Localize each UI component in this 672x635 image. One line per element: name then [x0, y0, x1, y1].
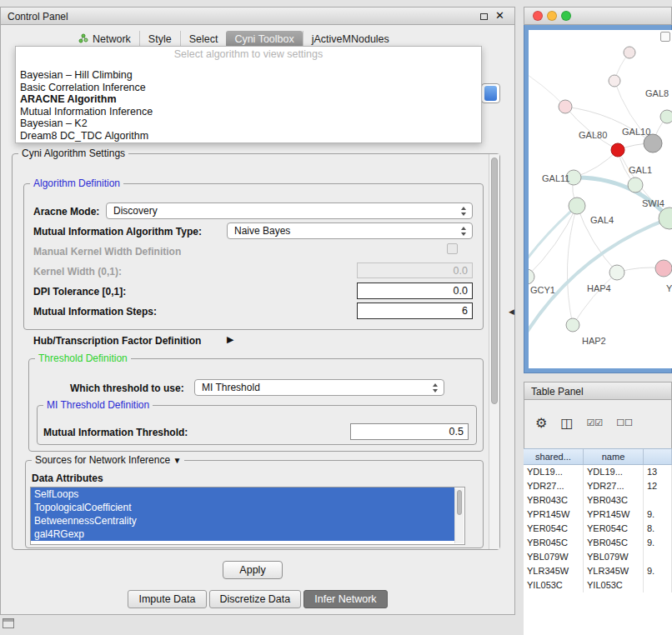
- table-row[interactable]: YBL079WYBL079W: [524, 550, 672, 564]
- float-window-icon[interactable]: [480, 13, 488, 20]
- graph-edge[interactable]: [573, 272, 617, 325]
- column-header-name[interactable]: name: [584, 449, 644, 464]
- bottom-tab-infer-network[interactable]: Infer Network: [303, 590, 387, 608]
- gear-icon[interactable]: ⚙: [535, 415, 547, 431]
- table-panel-titlebar[interactable]: Table Panel: [524, 382, 672, 400]
- table-row[interactable]: YLR345WYLR345W9.: [524, 564, 672, 578]
- table-cell: [644, 550, 672, 564]
- attribute-option-topologicalcoefficient[interactable]: TopologicalCoefficient: [31, 501, 454, 514]
- zoom-button[interactable]: [561, 11, 571, 21]
- select-all-icon[interactable]: ☑☑: [586, 418, 603, 428]
- algorithm-option-aracne-algorithm[interactable]: ARACNE Algorithm: [16, 93, 481, 106]
- list-scrollbar-thumb[interactable]: [457, 490, 462, 515]
- close-button[interactable]: [533, 11, 543, 21]
- panel-collapse-arrow-icon[interactable]: ◀: [509, 308, 514, 316]
- node-label-y: Y: [666, 283, 672, 293]
- algorithm-option-mutual-information-inference[interactable]: Mutual Information Inference: [16, 106, 481, 118]
- column-header-col2[interactable]: [644, 449, 672, 464]
- node-label-gal11: GAL11: [542, 173, 569, 183]
- collapse-arrow-icon[interactable]: ▼: [173, 456, 181, 465]
- attribute-option-betweennesscentrality[interactable]: BetweennessCentrality: [31, 514, 454, 528]
- attribute-option-gal4rgexp[interactable]: gal4RGexp: [31, 528, 454, 541]
- graph-edge[interactable]: [565, 107, 618, 150]
- apply-button[interactable]: Apply: [223, 561, 283, 579]
- restore-panel-icon[interactable]: [3, 618, 14, 628]
- graph-node-gal1[interactable]: [628, 178, 643, 192]
- kernel-width-input[interactable]: [357, 262, 473, 278]
- threshold-type-select[interactable]: MI Threshold: [194, 379, 444, 396]
- network-window-titlebar[interactable]: [524, 7, 672, 25]
- mi-threshold-input[interactable]: [350, 423, 469, 440]
- graph-node-gcy1[interactable]: [529, 269, 534, 284]
- tab-jactivemnodules[interactable]: jActiveMNodules: [303, 31, 398, 48]
- tab-select[interactable]: Select: [180, 31, 227, 48]
- tab-cyni-toolbox[interactable]: Cyni Toolbox: [226, 31, 302, 48]
- graph-node-white-top[interactable]: [609, 75, 620, 87]
- graph-edge[interactable]: [529, 206, 577, 280]
- graph-edge[interactable]: [567, 206, 577, 325]
- graph-node-gal4[interactable]: [569, 198, 585, 214]
- graph-node-hap4[interactable]: [609, 265, 624, 280]
- data-attributes-listbox[interactable]: SelfLoopsTopologicalCoefficientBetweenne…: [30, 487, 465, 545]
- graph-edge[interactable]: [529, 68, 565, 107]
- kernel-width-label: Kernel Width (0,1):: [33, 266, 122, 278]
- network-canvas[interactable]: GAL8GAL80GAL10GAL11GAL1SWI4GAL4GCY1HAP4Y…: [529, 30, 672, 368]
- cyni-settings-legend: Cyni Algorithm Settings: [18, 148, 128, 159]
- table-cell: YBL079W: [524, 550, 584, 564]
- table-cell: [644, 493, 672, 508]
- table-row[interactable]: YDL19...YDL19...13: [524, 465, 672, 479]
- table-cell: 12: [644, 479, 672, 493]
- table-cell: YBR045C: [524, 536, 584, 550]
- table-cell: YER054C: [524, 522, 584, 536]
- manual-kernel-checkbox[interactable]: [447, 243, 458, 254]
- tab-style[interactable]: Style: [139, 31, 180, 48]
- graph-node-faint-top[interactable]: [624, 47, 635, 58]
- graph-node-gray[interactable]: [644, 134, 662, 152]
- table-row[interactable]: YER054CYER054C8.: [524, 522, 672, 536]
- sources-legend[interactable]: Sources for Network Inference ▼: [32, 454, 184, 466]
- bottom-tab-impute-data[interactable]: Impute Data: [128, 590, 206, 608]
- algorithm-combo-button[interactable]: [481, 83, 500, 103]
- table-panel-title: Table Panel: [531, 386, 584, 398]
- attribute-option-selfloops[interactable]: SelfLoops: [31, 488, 454, 501]
- table-cell: YDL19...: [524, 465, 584, 479]
- clear-checks-icon[interactable]: ☐☐: [616, 418, 633, 428]
- algorithm-option-bayesian-k2[interactable]: Bayesian – K2: [16, 118, 481, 130]
- dpi-tolerance-input[interactable]: [357, 282, 473, 299]
- table-row[interactable]: YBR043CYBR043C: [524, 493, 672, 508]
- graph-edge[interactable]: [529, 218, 669, 340]
- algorithm-option-basic-correlation-inference[interactable]: Basic Correlation Inference: [16, 82, 481, 94]
- graph-node-red[interactable]: [611, 143, 624, 157]
- sources-legend-text: Sources for Network Inference: [35, 454, 170, 466]
- graph-node-hap2[interactable]: [566, 318, 579, 332]
- table-row[interactable]: YPR145WYPR145W9.: [524, 508, 672, 522]
- table-row[interactable]: YDR27...YDR27...12: [524, 479, 672, 493]
- combo-arrow-capsule: [484, 86, 497, 101]
- close-window-icon[interactable]: ✕: [495, 9, 504, 22]
- list-scrollbar[interactable]: [454, 488, 464, 543]
- table-row[interactable]: YBR045CYBR045C9.: [524, 536, 672, 550]
- graph-node-green-topright[interactable]: [660, 110, 672, 123]
- tab-label: Style: [148, 33, 172, 45]
- graph-node-pink-top[interactable]: [559, 100, 572, 113]
- aracne-mode-select[interactable]: Discovery: [106, 202, 473, 219]
- algorithm-option-dream8-dc-tdc-algorithm[interactable]: Dream8 DC_TDC Algorithm: [16, 130, 481, 142]
- table-row[interactable]: YIL053CYIL053C: [524, 578, 672, 592]
- table-cell: YDR27...: [584, 479, 644, 493]
- expand-arrow-icon[interactable]: ▶: [227, 334, 233, 345]
- mi-type-select[interactable]: Naive Bayes: [227, 222, 473, 239]
- minimize-button[interactable]: [547, 11, 557, 21]
- column-header-shared[interactable]: shared...: [524, 449, 584, 464]
- hub-definition-label[interactable]: Hub/Transcription Factor Definition: [33, 335, 201, 347]
- settings-scrollbar[interactable]: [489, 154, 499, 549]
- birdseye-toggle[interactable]: [660, 32, 670, 42]
- mi-steps-input[interactable]: [357, 302, 473, 319]
- algorithm-option-bayesian-hill-climbing[interactable]: Bayesian – Hill Climbing: [16, 69, 481, 82]
- control-panel-titlebar[interactable]: Control Panel ✕: [0, 7, 515, 25]
- bottom-tab-discretize-data[interactable]: Discretize Data: [209, 590, 302, 608]
- table-cell: 13: [644, 465, 672, 479]
- columns-icon[interactable]: ◫: [560, 415, 573, 431]
- settings-scrollbar-thumb[interactable]: [491, 158, 498, 404]
- network-graph[interactable]: GAL8GAL80GAL10GAL11GAL1SWI4GAL4GCY1HAP4Y…: [529, 30, 672, 368]
- graph-node-pink-right[interactable]: [655, 260, 672, 277]
